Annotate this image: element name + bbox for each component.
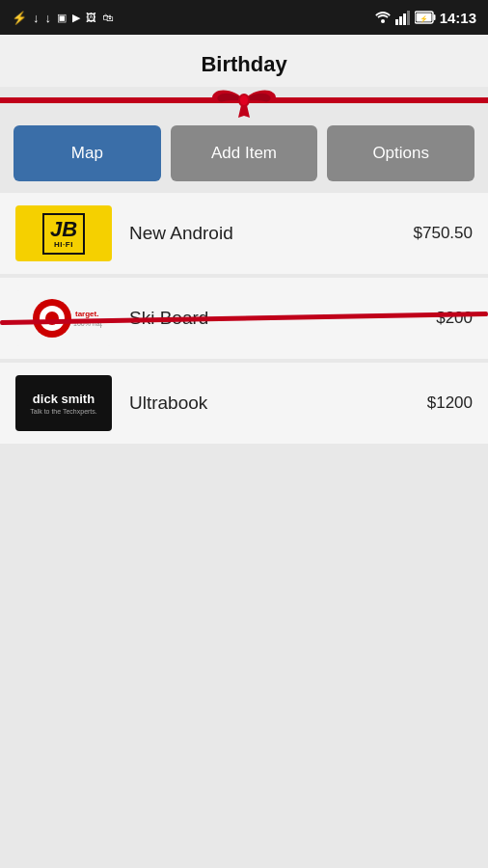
page-title: Birthday xyxy=(0,52,488,77)
item-name: Ski Board xyxy=(129,308,436,329)
media-icon: ▶ xyxy=(72,12,80,24)
bag-icon: 🛍 xyxy=(102,12,113,23)
list-item[interactable]: JB HI·FI New Android $750.50 xyxy=(0,193,488,274)
battery-icon: ⚡ xyxy=(415,11,436,24)
status-bar: ⚡ ↓ ↓ ▣ ▶ 🖼 🛍 ⚡ 14:13 xyxy=(0,0,488,35)
item-price: $750.50 xyxy=(414,224,473,243)
item-name: New Android xyxy=(129,223,414,244)
ribbon-decoration xyxy=(0,87,488,114)
list-item[interactable]: target. 100% happy Ski Board $200 xyxy=(0,278,488,359)
svg-point-0 xyxy=(381,19,385,23)
svg-text:target.: target. xyxy=(75,310,98,318)
list-item[interactable]: dick smith Talk to the Techxperts. Ultra… xyxy=(0,363,488,444)
item-name: Ultrabook xyxy=(129,393,427,414)
toolbar: Map Add Item Options xyxy=(0,114,488,193)
page-title-area: Birthday xyxy=(0,35,488,87)
usb-icon: ⚡ xyxy=(12,11,27,25)
item-price: $1200 xyxy=(427,393,473,413)
sim-icon: ▣ xyxy=(57,12,67,24)
svg-rect-4 xyxy=(407,11,410,25)
jb-hifi-logo: JB HI·FI xyxy=(15,205,112,261)
target-logo: target. 100% happy xyxy=(15,290,112,346)
svg-rect-6 xyxy=(433,14,435,20)
ribbon-bow xyxy=(205,83,283,118)
options-button[interactable]: Options xyxy=(327,125,474,181)
clock: 14:13 xyxy=(440,10,476,26)
item-list: JB HI·FI New Android $750.50 target. 100… xyxy=(0,193,488,444)
svg-point-10 xyxy=(240,95,248,105)
svg-point-13 xyxy=(45,312,59,325)
status-right: ⚡ 14:13 xyxy=(374,10,476,26)
svg-text:⚡: ⚡ xyxy=(420,14,428,23)
svg-rect-1 xyxy=(395,19,398,25)
svg-rect-3 xyxy=(403,14,406,25)
image-icon: 🖼 xyxy=(86,12,96,23)
add-item-button[interactable]: Add Item xyxy=(171,125,318,181)
svg-rect-2 xyxy=(399,16,402,25)
dick-smith-logo: dick smith Talk to the Techxperts. xyxy=(15,375,112,431)
download2-icon: ↓ xyxy=(45,11,52,25)
svg-text:100% happy: 100% happy xyxy=(73,320,102,328)
signal-icon xyxy=(395,10,411,25)
download-icon: ↓ xyxy=(33,11,40,25)
status-icons: ⚡ ↓ ↓ ▣ ▶ 🖼 🛍 xyxy=(12,11,113,25)
map-button[interactable]: Map xyxy=(14,125,161,181)
wifi-icon xyxy=(374,10,392,25)
item-price: $200 xyxy=(436,309,473,328)
